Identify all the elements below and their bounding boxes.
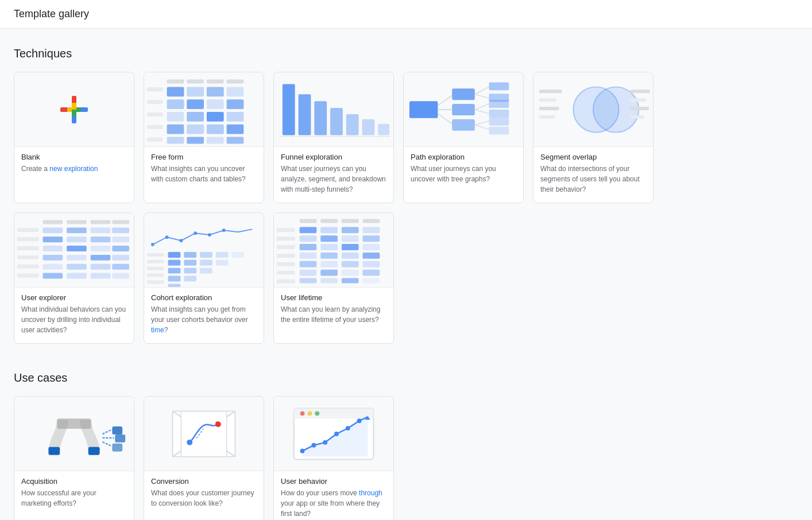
svg-rect-125 <box>168 284 181 287</box>
svg-rect-148 <box>363 244 380 250</box>
svg-rect-127 <box>320 219 338 223</box>
svg-line-40 <box>438 113 452 123</box>
svg-rect-14 <box>147 112 163 116</box>
svg-rect-77 <box>67 236 87 242</box>
card-lifetime[interactable]: User lifetime What can you learn by anal… <box>273 212 394 344</box>
svg-rect-72 <box>67 227 87 233</box>
svg-point-180 <box>300 411 305 416</box>
card-funnel-desc: What user journeys can you analyze, segm… <box>281 164 386 195</box>
svg-rect-160 <box>363 269 380 275</box>
card-lifetime-desc: What can you learn by analyzing the enti… <box>281 304 386 325</box>
svg-rect-162 <box>320 278 338 283</box>
card-userbehavior[interactable]: User behavior How do your users move thr… <box>273 396 394 520</box>
card-userexplorer[interactable]: User explorer What individual behaviors … <box>14 212 134 344</box>
card-userbehavior-name: User behavior <box>281 477 386 486</box>
funnel-svg <box>274 72 393 147</box>
svg-rect-27 <box>207 137 224 143</box>
svg-rect-161 <box>300 278 317 283</box>
svg-rect-95 <box>17 273 39 277</box>
card-segment[interactable]: Segment overlap What do intersections of… <box>533 72 654 203</box>
svg-rect-99 <box>112 273 129 278</box>
svg-rect-147 <box>342 244 359 250</box>
svg-rect-129 <box>363 219 380 223</box>
card-acquisition-name: Acquisition <box>21 477 127 486</box>
svg-rect-164 <box>363 278 380 283</box>
card-cohort-thumbnail <box>144 213 264 288</box>
card-acquisition[interactable]: Acquisition How successful are your mark… <box>14 396 134 520</box>
card-cohort-name: Cohort exploration <box>151 293 257 302</box>
svg-line-49 <box>475 125 489 129</box>
svg-rect-171 <box>112 426 122 434</box>
svg-point-182 <box>315 411 319 416</box>
svg-rect-68 <box>91 220 111 224</box>
svg-rect-12 <box>207 99 224 109</box>
svg-point-175 <box>187 439 192 445</box>
svg-rect-158 <box>320 269 338 275</box>
svg-rect-6 <box>187 87 204 96</box>
svg-rect-146 <box>320 244 338 250</box>
svg-rect-140 <box>363 227 380 233</box>
svg-line-170 <box>103 441 111 445</box>
svg-point-103 <box>194 231 197 235</box>
svg-rect-50 <box>489 82 509 90</box>
card-acquisition-thumbnail <box>14 397 134 471</box>
svg-line-47 <box>475 110 489 114</box>
section-usecases-title: Use cases <box>14 371 779 385</box>
svg-rect-20 <box>167 124 184 134</box>
card-userexplorer-desc: What individual behaviors can you uncove… <box>21 304 127 335</box>
userbehavior-svg <box>274 397 393 471</box>
svg-rect-78 <box>91 236 111 242</box>
svg-rect-151 <box>342 252 359 258</box>
svg-rect-165 <box>57 418 91 429</box>
card-blank-desc: Create a new exploration <box>21 164 127 174</box>
svg-rect-141 <box>300 235 317 242</box>
svg-rect-111 <box>168 251 181 257</box>
svg-rect-98 <box>91 273 111 278</box>
svg-rect-142 <box>320 235 338 242</box>
svg-line-168 <box>103 430 111 434</box>
svg-rect-23 <box>227 124 244 134</box>
card-cohort[interactable]: Cohort exploration What insights can you… <box>144 212 264 344</box>
svg-rect-73 <box>91 227 111 233</box>
card-segment-desc: What do intersections of your segments o… <box>540 164 646 195</box>
svg-text:×: × <box>215 419 220 428</box>
conversion-svg: × <box>144 397 264 471</box>
card-funnel-name: Funnel exploration <box>281 153 386 161</box>
svg-rect-67 <box>67 220 87 224</box>
card-path[interactable]: Path exploration What user journeys can … <box>403 72 524 203</box>
svg-rect-179 <box>294 408 374 418</box>
svg-rect-11 <box>187 99 204 109</box>
svg-rect-136 <box>277 279 295 283</box>
page-title: Template gallery <box>14 8 798 20</box>
svg-rect-135 <box>277 270 295 274</box>
svg-rect-81 <box>43 246 63 251</box>
svg-rect-37 <box>409 101 438 118</box>
card-segment-name: Segment overlap <box>540 153 646 161</box>
svg-rect-93 <box>91 263 111 269</box>
svg-rect-59 <box>539 115 555 118</box>
svg-rect-122 <box>200 267 212 273</box>
svg-rect-28 <box>227 137 244 143</box>
svg-rect-107 <box>147 259 164 263</box>
svg-rect-2 <box>207 79 224 83</box>
svg-rect-33 <box>346 114 359 135</box>
card-conversion[interactable]: × Conversion What does your customer jou… <box>144 396 264 520</box>
svg-rect-58 <box>539 107 559 110</box>
svg-rect-24 <box>147 137 163 141</box>
svg-rect-34 <box>362 119 375 135</box>
card-acquisition-desc: How successful are your marketing effort… <box>21 488 127 509</box>
svg-rect-124 <box>184 275 196 281</box>
card-freeform[interactable]: Free form What insights can you uncover … <box>144 72 264 203</box>
svg-rect-156 <box>363 261 380 267</box>
card-funnel[interactable]: Funnel exploration What user journeys ca… <box>273 72 394 203</box>
svg-rect-32 <box>330 108 343 135</box>
card-blank[interactable]: Blank Create a new exploration <box>14 72 134 203</box>
svg-rect-121 <box>184 267 196 273</box>
svg-rect-119 <box>216 259 229 265</box>
svg-rect-42 <box>452 104 475 115</box>
svg-rect-133 <box>277 253 295 257</box>
svg-rect-109 <box>147 273 164 277</box>
svg-rect-57 <box>539 98 556 102</box>
svg-rect-9 <box>147 100 163 104</box>
svg-rect-137 <box>300 227 317 233</box>
